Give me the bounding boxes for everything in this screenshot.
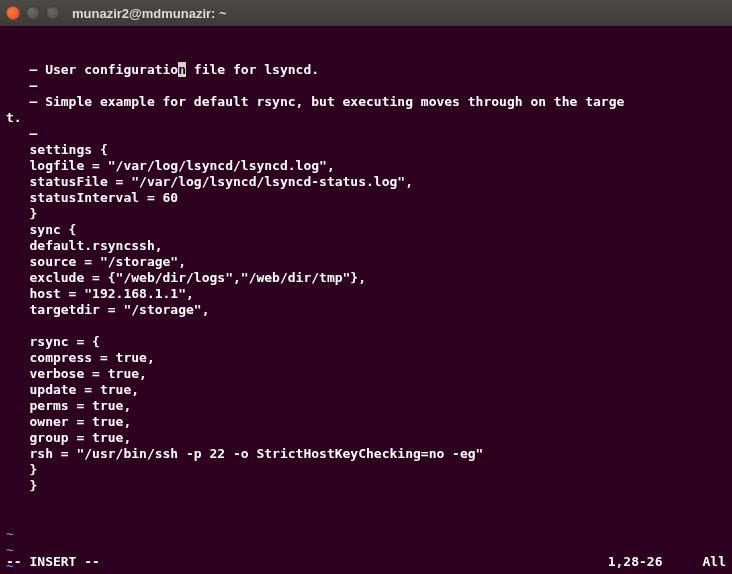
scroll-indicator: All	[703, 554, 726, 570]
editor-line: rsh = "/usr/bin/ssh -p 22 -o StrictHostK…	[6, 446, 726, 462]
editor-line: }	[6, 478, 726, 494]
editor-line: verbose = true,	[6, 366, 726, 382]
editor-line: — User configuration file for lsyncd.	[6, 62, 726, 78]
editor-line: settings {	[6, 142, 726, 158]
editor-line	[6, 318, 726, 334]
editor-line: }	[6, 206, 726, 222]
editor-line: rsync = {	[6, 334, 726, 350]
editor-line: default.rsyncssh,	[6, 238, 726, 254]
minimize-icon[interactable]	[26, 6, 40, 20]
editor-line: targetdir = "/storage",	[6, 302, 726, 318]
empty-line-marker: ~	[6, 526, 726, 542]
editor-line: statusFile = "/var/log/lsyncd/lsyncd-sta…	[6, 174, 726, 190]
editor-line: compress = true,	[6, 350, 726, 366]
editor-line: source = "/storage",	[6, 254, 726, 270]
terminal-area[interactable]: — User configuration file for lsyncd. — …	[0, 26, 732, 574]
editor-line: — Simple example for default rsync, but …	[6, 94, 726, 110]
maximize-icon[interactable]	[46, 6, 60, 20]
editor-line: }	[6, 462, 726, 478]
editor-line: logfile = "/var/log/lsyncd/lsyncd.log",	[6, 158, 726, 174]
editor-line: —	[6, 126, 726, 142]
editor-line: owner = true,	[6, 414, 726, 430]
status-bar: -- INSERT -- 1,28-26 All	[6, 554, 726, 570]
cursor: n	[178, 62, 186, 77]
editor-line: group = true,	[6, 430, 726, 446]
editor-content: — User configuration file for lsyncd. — …	[6, 62, 726, 494]
editor-line: t.	[6, 110, 726, 126]
editor-line: host = "192.168.1.1",	[6, 286, 726, 302]
window-title: munazir2@mdmunazir: ~	[72, 6, 227, 21]
mode-indicator: -- INSERT --	[6, 554, 100, 570]
editor-line: statusInterval = 60	[6, 190, 726, 206]
cursor-position: 1,28-26	[608, 554, 663, 570]
editor-line: —	[6, 78, 726, 94]
titlebar: munazir2@mdmunazir: ~	[0, 0, 732, 26]
editor-line: exclude = {"/web/dir/logs","/web/dir/tmp…	[6, 270, 726, 286]
close-icon[interactable]	[6, 6, 20, 20]
editor-line: perms = true,	[6, 398, 726, 414]
editor-line: update = true,	[6, 382, 726, 398]
editor-line: sync {	[6, 222, 726, 238]
